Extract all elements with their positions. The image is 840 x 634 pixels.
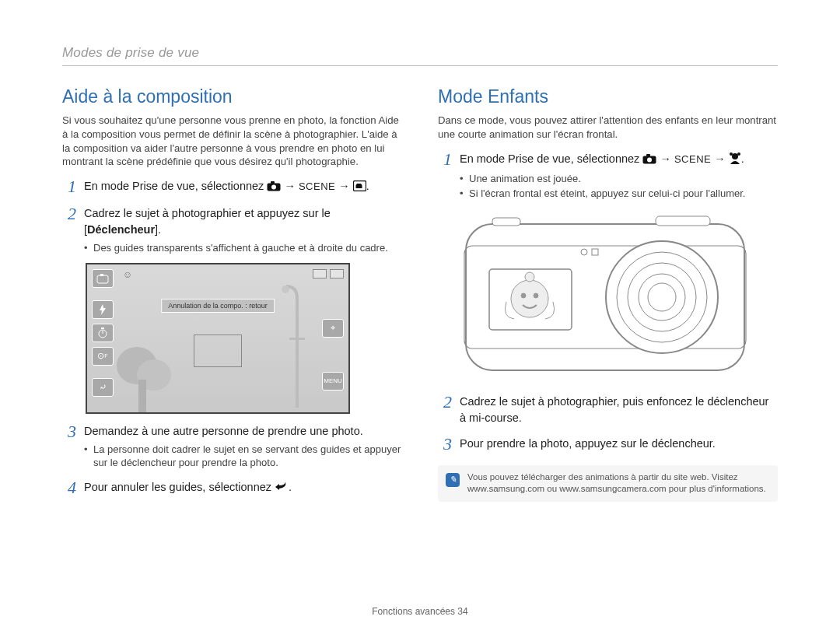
svg-rect-15 [646,154,650,156]
breadcrumb: Modes de prise de vue [62,45,778,66]
target-icon: ⌖ [322,319,344,338]
list-item: Des guides transparents s'affichent à ga… [84,241,402,255]
left-step-1: 1 En mode Prise de vue, sélectionnez → S… [62,178,402,196]
left-step-2: 2 Cadrez le sujet à photographier et app… [62,205,402,255]
left-step-4: 4 Pour annuler les guides, sélectionnez … [62,479,402,497]
timer-icon [92,324,114,342]
counter-icon [313,269,327,278]
svg-rect-5 [100,274,103,276]
step-body: En mode Prise de vue, sélectionnez → SCE… [460,151,778,201]
step3-bullets: La personne doit cadrer le sujet en se s… [84,443,402,470]
right-step-3: 3 Pour prendre la photo, appuyez sur le … [438,436,778,453]
step-number: 1 [438,151,452,201]
svg-rect-7 [101,328,104,329]
step1-pre: En mode Prise de vue, sélectionnez [84,180,267,192]
battery-icon [330,269,344,278]
lcd-banner: Annulation de la compo. : retour [161,299,275,313]
svg-rect-1 [271,181,275,184]
svg-point-31 [521,293,526,298]
svg-rect-22 [492,218,520,226]
camera-icon [642,152,656,169]
scene-label: SCENE [674,153,711,165]
step-number: 3 [438,436,452,453]
arrow-icon: → [660,152,674,165]
step-body: Cadrez le sujet à photographier et appuy… [84,205,402,255]
list-item: Si l'écran frontal est éteint, appuyez s… [460,187,778,201]
step-body: En mode Prise de vue, sélectionnez → SCE… [84,178,402,196]
info-note: ✎ Vous pouvez télécharger des animations… [438,465,778,502]
step2-bullets: Des guides transparents s'affichent à ga… [84,241,402,255]
tree-silhouette [115,345,177,412]
svg-point-33 [525,272,534,282]
right-title: Mode Enfants [438,86,778,107]
right-intro: Dans ce mode, vous pouvez attirer l'atte… [438,114,778,142]
page-number: 34 [457,606,467,617]
flash-auto-icon [92,300,114,319]
page-footer: Fonctions avancées 34 [0,606,840,617]
svg-rect-13 [289,338,305,340]
return-icon [275,481,289,497]
footer-label: Fonctions avancées [372,606,457,617]
note-text: Vous pouvez télécharger des animations à… [467,471,770,496]
lcd-battery-icons [313,269,344,278]
left-intro: Si vous souhaitez qu'une personne vous p… [62,114,402,169]
svg-rect-23 [656,216,710,226]
arrow-icon: → [714,152,729,165]
camera-body-figure [461,212,749,375]
page-root: Modes de prise de vue Aide à la composit… [0,0,840,634]
children-mode-icon [729,152,741,169]
svg-point-16 [647,157,652,162]
svg-point-32 [534,293,538,298]
mode-icon [92,269,114,288]
right-step-2: 2 Cadrez le sujet à photographier, puis … [438,394,778,426]
rstep1-pre: En mode Prise de vue, sélectionnez [460,152,642,165]
lcd-right-icon-column: ⌖ MENU [322,319,344,391]
svg-point-34 [581,249,587,255]
svg-point-18 [730,152,733,156]
frame-guide-icon [353,180,366,196]
step-number: 4 [62,479,76,497]
left-step-3: 3 Demandez à une autre personne de prend… [62,423,402,470]
streetlamp-silhouette [282,283,313,408]
step4-text: Pour annuler les guides, sélectionnez [84,481,275,493]
lcd-left-icon-column: ⊙F ⤾ [92,269,114,397]
svg-point-12 [282,285,289,293]
step-body: Cadrez le sujet à photographier, puis en… [460,394,778,426]
svg-point-19 [737,152,740,156]
face-detect-icon: ☺ [123,269,132,280]
list-item: La personne doit cadrer le sujet en se s… [84,443,402,470]
list-item: Une animation est jouée. [460,172,778,186]
right-step-1: 1 En mode Prise de vue, sélectionnez → S… [438,151,778,201]
lcd-top-icons: ☺ [123,269,132,280]
lcd-focus-frame [194,335,242,367]
step3-text: Demandez à une autre personne de prendre… [84,425,363,437]
step2-bold: Déclencheur [87,223,155,236]
right-column: Mode Enfants Dans ce mode, vous pouvez a… [438,86,778,502]
left-steps: 1 En mode Prise de vue, sélectionnez → S… [62,178,402,255]
step-body: Pour prendre la photo, appuyez sur le dé… [460,436,778,453]
step-body: Pour annuler les guides, sélectionnez . [84,479,402,497]
arrow-icon: → [338,180,353,192]
step-number: 2 [62,205,76,255]
right-steps: 1 En mode Prise de vue, sélectionnez → S… [438,151,778,201]
left-column: Aide à la composition Si vous souhaitez … [62,86,402,502]
svg-point-17 [732,153,738,159]
two-column-layout: Aide à la composition Si vous souhaitez … [62,86,778,502]
info-icon: ✎ [446,473,460,487]
left-title: Aide à la composition [62,86,402,107]
scene-label: SCENE [299,180,335,192]
svg-point-28 [648,283,676,311]
svg-point-2 [271,185,276,190]
svg-rect-11 [296,299,299,408]
svg-rect-4 [97,275,108,283]
camera-icon [267,180,281,196]
svg-rect-10 [138,380,146,412]
back-icon: ⤾ [92,378,114,397]
right-steps-continued: 2 Cadrez le sujet à photographier, puis … [438,394,778,453]
lcd-preview-figure: ⊙F ⤾ ☺ Annulation de la compo. : retour [86,263,350,414]
svg-rect-35 [592,249,598,255]
rstep1-bullets: Une animation est jouée. Si l'écran fron… [460,172,778,201]
menu-icon: MENU [322,372,344,391]
step-body: Demandez à une autre personne de prendre… [84,423,402,470]
step-number: 2 [438,394,452,426]
